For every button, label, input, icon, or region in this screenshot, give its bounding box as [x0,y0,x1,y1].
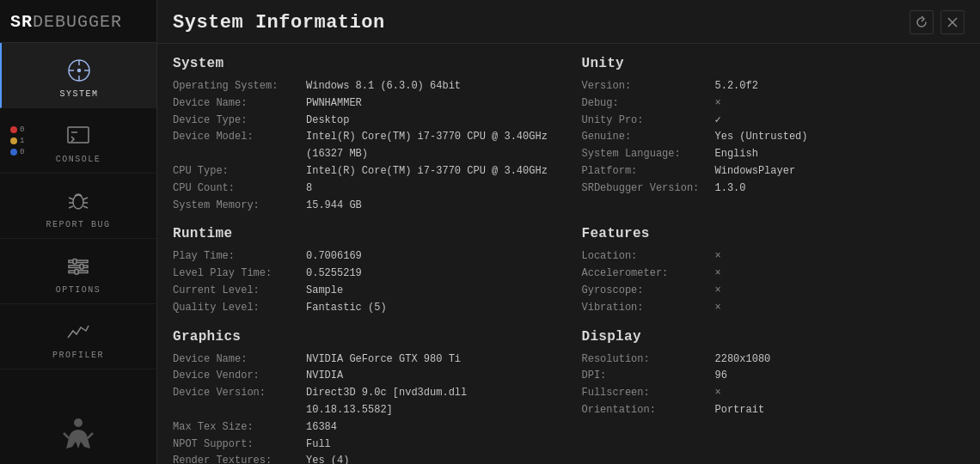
table-row: Resolution: 2280x1080 [582,351,965,369]
table-row: Device Vendor: NVIDIA [173,368,556,385]
display-section-title: Display [582,329,965,345]
graphics-section-title: Graphics [173,329,556,345]
sidebar-item-system[interactable]: SYSTEM [0,43,156,108]
table-row: Current Level: Sample [173,283,556,300]
info-count: 0 [20,148,26,156]
table-row: Genuine: Yes (Untrusted) [582,129,965,146]
system-section-title: System [173,56,556,71]
svg-line-14 [83,206,88,208]
runtime-table: Play Time: 0.7006169 Level Play Time: 0.… [173,248,556,316]
table-row: Device Name: NVIDIA GeForce GTX 980 Ti [173,351,556,369]
table-row: CPU Type: Intel(R) Core(TM) i7-3770 CPU … [173,163,556,180]
svg-point-8 [73,195,83,209]
table-row: Unity Pro: ✓ [582,113,965,130]
unity-table: Version: 5.2.0f2 Debug: × Unity Pro: ✓ G… [582,78,965,198]
svg-rect-20 [75,270,78,275]
display-section: Display Resolution: 2280x1080 DPI: 96 Fu… [582,329,965,464]
table-row: Render Textures: Yes (4) [173,453,556,464]
warning-count: 1 [20,137,26,145]
table-row: System Memory: 15.944 GB [173,198,556,215]
sidebar-item-options[interactable]: OPTIONS [0,239,156,304]
display-table: Resolution: 2280x1080 DPI: 96 Fullscreen… [582,351,965,419]
table-row: NPOT Support: Full [173,437,556,454]
sidebar-item-label: CONSOLE [56,155,101,164]
graphics-section: Graphics Device Name: NVIDIA GeForce GTX… [173,329,556,464]
svg-line-9 [69,198,73,199]
features-section: Features Location: × Accelerometer: × Gy… [582,226,965,316]
sidebar-item-report-bug[interactable]: REPORT BUG [0,174,156,239]
warning-dot [10,137,17,144]
sidebar-item-profiler[interactable]: PROFILER [0,304,156,369]
table-row: Location: × [582,248,965,266]
svg-line-10 [83,198,88,199]
table-row: Operating System: Windows 8.1 (6.3.0) 64… [173,78,556,95]
table-row: Vibration: × [582,300,965,317]
header-icons [910,10,965,34]
sidebar-bottom [0,406,156,464]
table-row: Gyroscope: × [582,283,965,300]
table-row: Version: 5.2.0f2 [582,78,965,95]
graphics-table: Device Name: NVIDIA GeForce GTX 980 Ti D… [173,351,556,464]
table-row: Play Time: 0.7006169 [173,248,556,266]
system-table: Operating System: Windows 8.1 (6.3.0) 64… [173,78,556,214]
table-row: Accelerometer: × [582,266,965,283]
info-dot [10,149,17,156]
table-row: Device Model: Intel(R) Core(TM) i7-3770 … [173,129,556,163]
svg-line-23 [88,433,93,438]
options-icon [63,251,94,282]
console-icon [63,120,94,151]
refresh-button[interactable] [910,10,934,34]
table-row: SRDebugger Version: 1.3.0 [582,180,965,198]
error-dot [10,126,17,133]
svg-point-1 [78,70,81,72]
error-count: 0 [20,125,26,134]
svg-rect-6 [68,127,89,143]
table-row: Level Play Time: 0.5255219 [173,266,556,283]
logo-text: SRDEBUGGER [10,12,122,32]
system-section: System Operating System: Windows 8.1 (6.… [173,56,556,214]
table-row: Device Name: PWNHAMMER [173,95,556,113]
svg-point-21 [74,418,83,427]
sidebar-item-label: SYSTEM [59,89,98,99]
main-header: System Information [157,0,980,44]
table-row: DPI: 96 [582,368,965,385]
bug-icon [63,186,94,217]
system-icon [64,55,95,86]
svg-rect-15 [69,260,88,263]
features-table: Location: × Accelerometer: × Gyroscope: … [582,248,965,316]
sidebar-item-label: PROFILER [52,351,104,360]
sidebar-item-label: OPTIONS [56,285,101,295]
main: System Information System Operat [157,0,980,464]
table-row: Debug: × [582,95,965,113]
unity-section-title: Unity [582,56,965,71]
sidebar-nav: SYSTEM 0 1 0 [0,43,156,406]
sidebar: SRDEBUGGER SYSTEM 0 [0,0,157,464]
close-button[interactable] [940,10,965,34]
features-section-title: Features [582,226,965,241]
table-row: Max Tex Size: 16384 [173,419,556,437]
table-row: Platform: WindowsPlayer [582,163,965,180]
console-dots: 0 1 0 [10,125,26,156]
table-row: Orientation: Portrait [582,402,965,419]
table-row: Fullscreen: × [582,385,965,402]
character-icon [60,414,96,450]
table-row: CPU Count: 8 [173,180,556,198]
table-row: System Language: English [582,146,965,163]
runtime-section: Runtime Play Time: 0.7006169 Level Play … [173,226,556,316]
table-row: Quality Level: Fantastic (5) [173,300,556,317]
sidebar-item-console[interactable]: 0 1 0 CONSOLE [0,108,156,174]
logo: SRDEBUGGER [0,0,156,43]
table-row: Device Version: Direct3D 9.0c [nvd3dum.d… [173,385,556,419]
profiler-icon [63,316,94,347]
table-row: Device Type: Desktop [173,113,556,130]
svg-line-13 [69,206,73,208]
svg-line-22 [64,433,69,438]
content: System Operating System: Windows 8.1 (6.… [157,44,980,464]
runtime-section-title: Runtime [173,226,556,241]
unity-section: Unity Version: 5.2.0f2 Debug: × Unity Pr… [582,56,965,214]
svg-rect-16 [69,266,88,268]
svg-rect-18 [73,259,77,265]
svg-rect-19 [80,265,83,270]
sidebar-item-label: REPORT BUG [46,220,110,229]
page-title: System Information [173,12,385,34]
